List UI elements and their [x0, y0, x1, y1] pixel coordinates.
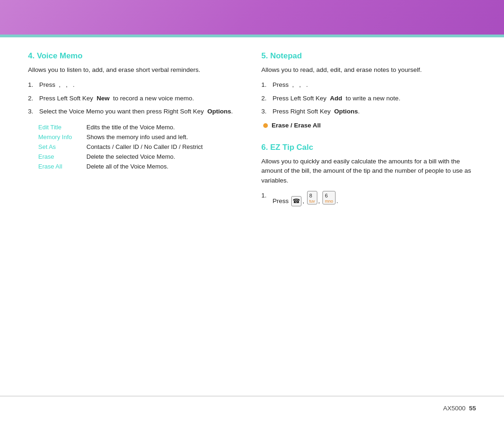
notepad-step-3: 3. Press Right Soft Key Options.	[261, 107, 476, 116]
voice-memo-step-2: 2. Press Left Soft Key New to record a n…	[28, 94, 243, 103]
footer-model: AX5000	[443, 405, 465, 412]
option-edit-title: Edit Title Edits the title of the Voice …	[38, 123, 230, 132]
eztip-title: 6. EZ Tip Calc	[261, 143, 476, 152]
eztip-section: 6. EZ Tip Calc Allows you to quickly and…	[261, 143, 476, 206]
bullet-erase-label: Erase / Erase All	[272, 122, 321, 129]
notepad-step-1: 1. Press , , .	[261, 80, 476, 90]
right-column: 5. Notepad Allows you to read, add, edit…	[261, 51, 476, 212]
notepad-step-2: 2. Press Left Soft Key Add to write a ne…	[261, 94, 476, 103]
notepad-steps: 1. Press , , . 2. Press Left Soft Key Ad…	[261, 80, 476, 116]
eztip-desc: Allows you to quickly and easily calcula…	[261, 157, 476, 185]
footer-divider	[0, 396, 504, 397]
voice-memo-options-table: Edit Title Edits the title of the Voice …	[37, 122, 231, 172]
eztip-steps: 1. Press ☎, 8tuv, 6mno.	[261, 191, 476, 206]
key-8tuv-icon: 8tuv	[307, 191, 317, 205]
notepad-section: 5. Notepad Allows you to read, add, edit…	[261, 51, 476, 129]
bullet-dot-icon	[263, 123, 268, 128]
option-erase-all: Erase All Delete all of the Voice Memos.	[38, 162, 230, 171]
voice-memo-steps: 1. Press , , . 2. Press Left Soft Key Ne…	[28, 80, 243, 116]
option-set-as: Set As Contacts / Caller ID / No Caller …	[38, 142, 230, 151]
notepad-desc: Allows you to read, add, edit, and erase…	[261, 65, 476, 75]
footer-label: AX5000 55	[443, 405, 476, 412]
voice-memo-title: 4. Voice Memo	[28, 51, 243, 61]
key-6mno-icon: 6mno	[322, 191, 336, 205]
footer-page: 55	[469, 405, 476, 412]
option-memory-info: Memory Info Shows the memory info used a…	[38, 133, 230, 141]
eztip-step-1: 1. Press ☎, 8tuv, 6mno.	[261, 191, 476, 206]
voice-memo-step-3: 3. Select the Voice Memo you want then p…	[28, 107, 243, 116]
voice-memo-step-1: 1. Press , , .	[28, 80, 243, 90]
notepad-title: 5. Notepad	[261, 51, 476, 61]
phone-key-icon: ☎	[291, 196, 301, 206]
notepad-bullet-erase: Erase / Erase All	[263, 122, 476, 129]
option-erase: Erase Delete the selected Voice Memo.	[38, 152, 230, 161]
voice-memo-section: 4. Voice Memo Allows you to listen to, a…	[28, 51, 243, 212]
header-bar	[0, 0, 504, 37]
voice-memo-desc: Allows you to listen to, add, and erase …	[28, 65, 243, 75]
content-area: 4. Voice Memo Allows you to listen to, a…	[0, 37, 504, 226]
